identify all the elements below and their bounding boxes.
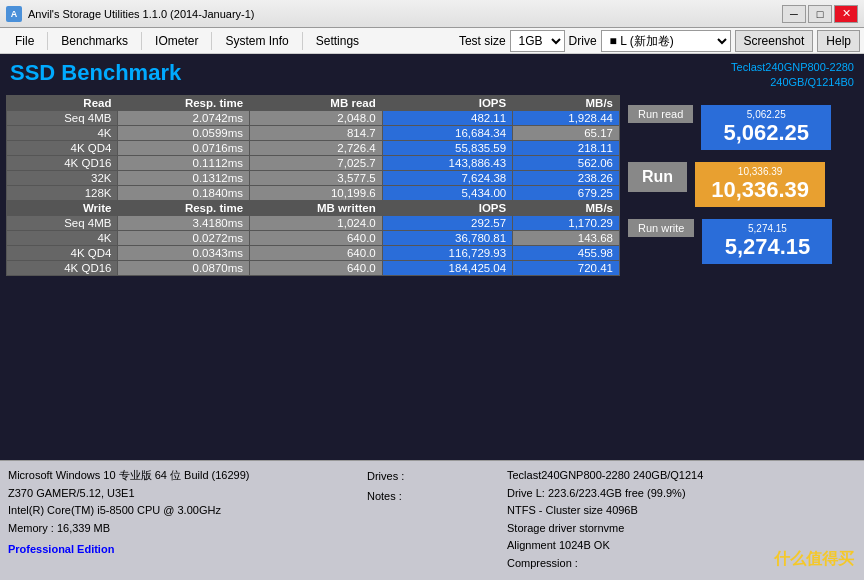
mbs-4kqd16-w: 720.41 (513, 260, 620, 275)
mbs-4k-w: 143.68 (513, 230, 620, 245)
run-write-button[interactable]: Run write (628, 219, 694, 237)
col-mbs-w: MB/s (513, 200, 620, 215)
bottom-bar-wrapper: Microsoft Windows 10 专业版 64 位 Build (162… (0, 460, 864, 580)
col-write: Write (7, 200, 118, 215)
help-button[interactable]: Help (817, 30, 860, 52)
mb-4kqd16-r: 7,025.7 (250, 155, 383, 170)
menu-benchmarks[interactable]: Benchmarks (50, 30, 139, 52)
menu-separator-4 (302, 32, 303, 50)
bottom-bar: Microsoft Windows 10 专业版 64 位 Build (162… (0, 460, 864, 580)
iops-32k-r: 7,624.38 (382, 170, 512, 185)
watermark: 什么值得买 (774, 549, 854, 570)
menu-bar: File Benchmarks IOmeter System Info Sett… (0, 28, 864, 54)
mb-4k-w: 640.0 (250, 230, 383, 245)
device-model: Teclast240GNP800-2280 240GB/Q1214 (507, 467, 856, 485)
read-score-large: 5,062.25 (711, 120, 821, 146)
write-score-small: 5,274.15 (712, 223, 822, 234)
device-line1: Teclast240GNP800-2280 (731, 60, 854, 75)
drive-space: Drive L: 223.6/223.4GB free (99.9%) (507, 485, 856, 503)
drives-label: Drives : (367, 467, 497, 487)
write-score-box: 5,274.15 5,274.15 (702, 219, 832, 264)
run-write-section: Run write 5,274.15 5,274.15 (628, 219, 858, 264)
row-label-seq4mb-w: Seq 4MB (7, 215, 118, 230)
write-row-4kqd16: 4K QD16 0.0870ms 640.0 184,425.04 720.41 (7, 260, 620, 275)
write-score-large: 5,274.15 (712, 234, 822, 260)
mb-128k-r: 10,199.6 (250, 185, 383, 200)
close-button[interactable]: ✕ (834, 5, 858, 23)
resp-4k-r: 0.0599ms (118, 125, 250, 140)
col-iops-r: IOPS (382, 95, 512, 110)
mb-4kqd4-r: 2,726.4 (250, 140, 383, 155)
menu-iometer[interactable]: IOmeter (144, 30, 209, 52)
run-button[interactable]: Run (628, 162, 687, 192)
iops-seq4mb-w: 292.57 (382, 215, 512, 230)
device-line2: 240GB/Q1214B0 (731, 75, 854, 90)
total-score-small: 10,336.39 (705, 166, 815, 177)
resp-4k-w: 0.0272ms (118, 230, 250, 245)
row-label-seq4mb-r: Seq 4MB (7, 110, 118, 125)
menu-settings[interactable]: Settings (305, 30, 370, 52)
notes-label: Notes : (367, 487, 497, 507)
run-read-button[interactable]: Run read (628, 105, 693, 123)
storage-driver: Storage driver stornvme (507, 520, 856, 538)
benchmark-area: Read Resp. time MB read IOPS MB/s Seq 4M… (0, 95, 864, 460)
mb-32k-r: 3,577.5 (250, 170, 383, 185)
iops-4k-w: 36,780.81 (382, 230, 512, 245)
row-label-128k-r: 128K (7, 185, 118, 200)
read-score-box: 5,062.25 5,062.25 (701, 105, 831, 150)
run-read-section: Run read 5,062.25 5,062.25 (628, 105, 858, 150)
resp-4kqd4-r: 0.0716ms (118, 140, 250, 155)
os-info: Microsoft Windows 10 专业版 64 位 Build (162… (8, 467, 357, 485)
mb-4kqd16-w: 640.0 (250, 260, 383, 275)
drive-label: Drive (569, 34, 597, 48)
row-label-4kqd16-r: 4K QD16 (7, 155, 118, 170)
device-info: Teclast240GNP800-2280 240GB/Q1214B0 (731, 60, 854, 91)
col-resp-time-r: Resp. time (118, 95, 250, 110)
menu-system-info[interactable]: System Info (214, 30, 299, 52)
total-score-large: 10,336.39 (705, 177, 815, 203)
drives-notes: Drives : Notes : (367, 467, 497, 574)
maximize-button[interactable]: □ (808, 5, 832, 23)
memory-info: Memory : 16,339 MB (8, 520, 357, 538)
mb-4k-r: 814.7 (250, 125, 383, 140)
col-mb-read: MB read (250, 95, 383, 110)
resp-128k-r: 0.1840ms (118, 185, 250, 200)
cpu-info: Intel(R) Core(TM) i5-8500 CPU @ 3.00GHz (8, 502, 357, 520)
menu-separator-1 (47, 32, 48, 50)
read-row-seq4mb: Seq 4MB 2.0742ms 2,048.0 482.11 1,928.44 (7, 110, 620, 125)
write-row-seq4mb: Seq 4MB 3.4180ms 1,024.0 292.57 1,170.29 (7, 215, 620, 230)
col-iops-w: IOPS (382, 200, 512, 215)
row-label-32k-r: 32K (7, 170, 118, 185)
title-bar-left: A Anvil's Storage Utilities 1.1.0 (2014-… (6, 6, 254, 22)
resp-4kqd4-w: 0.0343ms (118, 245, 250, 260)
col-read: Read (7, 95, 118, 110)
mbs-32k-r: 238.26 (513, 170, 620, 185)
bench-table-container: Read Resp. time MB read IOPS MB/s Seq 4M… (6, 95, 620, 456)
mbs-4kqd16-r: 562.06 (513, 155, 620, 170)
read-row-4kqd4: 4K QD4 0.0716ms 2,726.4 55,835.59 218.11 (7, 140, 620, 155)
iops-seq4mb-r: 482.11 (382, 110, 512, 125)
write-header-row: Write Resp. time MB written IOPS MB/s (7, 200, 620, 215)
row-label-4kqd4-r: 4K QD4 (7, 140, 118, 155)
benchmark-table: Read Resp. time MB read IOPS MB/s Seq 4M… (6, 95, 620, 276)
read-header-row: Read Resp. time MB read IOPS MB/s (7, 95, 620, 110)
mb-seq4mb-r: 2,048.0 (250, 110, 383, 125)
iops-128k-r: 5,434.00 (382, 185, 512, 200)
mbs-128k-r: 679.25 (513, 185, 620, 200)
iops-4kqd4-r: 55,835.59 (382, 140, 512, 155)
resp-seq4mb-r: 2.0742ms (118, 110, 250, 125)
menu-file[interactable]: File (4, 30, 45, 52)
main-content: SSD Benchmark Teclast240GNP800-2280 240G… (0, 54, 864, 580)
col-mb-written: MB written (250, 200, 383, 215)
test-size-select[interactable]: 1GB (510, 30, 565, 52)
menu-separator-3 (211, 32, 212, 50)
menu-separator-2 (141, 32, 142, 50)
right-panel: Run read 5,062.25 5,062.25 Run 10,336.39… (628, 95, 858, 456)
minimize-button[interactable]: ─ (782, 5, 806, 23)
drive-select[interactable]: ■ L (新加卷) (601, 30, 731, 52)
row-label-4kqd4-w: 4K QD4 (7, 245, 118, 260)
row-label-4k-w: 4K (7, 230, 118, 245)
run-total-section: Run 10,336.39 10,336.39 (628, 162, 858, 207)
read-row-128k: 128K 0.1840ms 10,199.6 5,434.00 679.25 (7, 185, 620, 200)
screenshot-button[interactable]: Screenshot (735, 30, 814, 52)
